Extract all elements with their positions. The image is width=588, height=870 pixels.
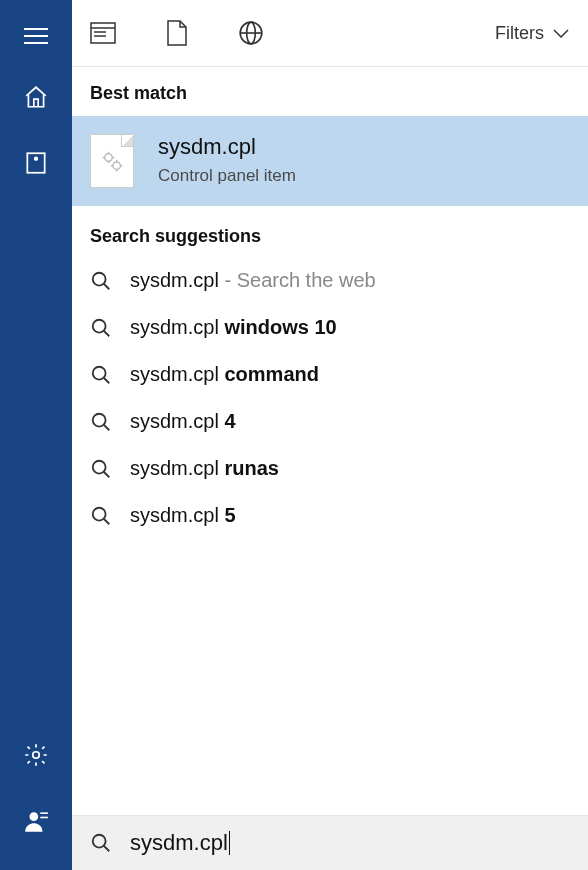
svg-point-21 (93, 413, 106, 426)
sidebar-bottom-group (23, 742, 49, 834)
svg-line-18 (104, 330, 110, 336)
svg-line-26 (104, 518, 110, 524)
search-icon (90, 505, 112, 527)
best-match-title: sysdm.cpl (158, 134, 296, 160)
search-icon (90, 458, 112, 480)
search-icon (90, 270, 112, 292)
tab-web-icon[interactable] (238, 20, 264, 46)
suggestion-item[interactable]: sysdm.cpl 4 (72, 398, 588, 445)
text-caret (229, 831, 230, 855)
sidebar (0, 0, 72, 870)
svg-point-27 (93, 835, 106, 848)
svg-rect-0 (27, 153, 44, 173)
suggestions-header: Search suggestions (72, 206, 588, 257)
hamburger-icon[interactable] (24, 28, 48, 44)
suggestion-text: sysdm.cpl 5 (130, 504, 236, 527)
svg-point-19 (93, 366, 106, 379)
svg-point-17 (93, 319, 106, 332)
tab-apps-icon[interactable] (90, 20, 116, 46)
svg-line-24 (104, 471, 110, 477)
search-icon (90, 831, 112, 855)
best-match-text: sysdm.cpl Control panel item (158, 134, 296, 186)
suggestion-text: sysdm.cpl command (130, 363, 319, 386)
svg-rect-5 (40, 817, 48, 819)
tab-documents-icon[interactable] (164, 20, 190, 46)
search-icon (90, 364, 112, 386)
svg-point-13 (105, 154, 112, 161)
search-icon (90, 317, 112, 339)
suggestion-text: sysdm.cpl - Search the web (130, 269, 376, 292)
suggestions-list: sysdm.cpl - Search the websysdm.cpl wind… (72, 257, 588, 539)
suggestion-item[interactable]: sysdm.cpl command (72, 351, 588, 398)
search-input-wrap[interactable]: sysdm.cpl (130, 830, 570, 856)
svg-point-3 (30, 812, 39, 821)
svg-line-16 (104, 283, 110, 289)
main-panel: Filters Best match sysdm.cpl Control pan… (72, 0, 588, 870)
suggestion-text: sysdm.cpl 4 (130, 410, 236, 433)
svg-rect-4 (40, 812, 48, 814)
suggestion-item[interactable]: sysdm.cpl - Search the web (72, 257, 588, 304)
search-bar: sysdm.cpl (72, 815, 588, 870)
search-input[interactable]: sysdm.cpl (130, 830, 228, 856)
svg-point-15 (93, 272, 106, 285)
svg-line-22 (104, 424, 110, 430)
suggestion-item[interactable]: sysdm.cpl 5 (72, 492, 588, 539)
svg-line-20 (104, 377, 110, 383)
svg-line-28 (104, 846, 110, 852)
filters-button[interactable]: Filters (495, 23, 570, 44)
svg-rect-6 (91, 23, 115, 43)
suggestion-item[interactable]: sysdm.cpl windows 10 (72, 304, 588, 351)
control-panel-file-icon (90, 134, 134, 188)
suggestion-text: sysdm.cpl windows 10 (130, 316, 337, 339)
top-tabs: Filters (72, 0, 588, 67)
svg-point-1 (35, 157, 38, 160)
app-icon[interactable] (23, 150, 49, 176)
search-icon (90, 411, 112, 433)
svg-point-25 (93, 507, 106, 520)
best-match-subtitle: Control panel item (158, 166, 296, 186)
svg-point-23 (93, 460, 106, 473)
svg-point-14 (113, 162, 120, 169)
best-match-item[interactable]: sysdm.cpl Control panel item (72, 116, 588, 206)
suggestion-text: sysdm.cpl runas (130, 457, 279, 480)
gear-icon[interactable] (23, 742, 49, 768)
suggestion-item[interactable]: sysdm.cpl runas (72, 445, 588, 492)
user-icon[interactable] (23, 808, 49, 834)
filters-label: Filters (495, 23, 544, 44)
chevron-down-icon (552, 27, 570, 39)
home-icon[interactable] (23, 84, 49, 110)
svg-point-2 (33, 752, 40, 759)
sidebar-top-group (23, 28, 49, 176)
best-match-header: Best match (72, 67, 588, 116)
